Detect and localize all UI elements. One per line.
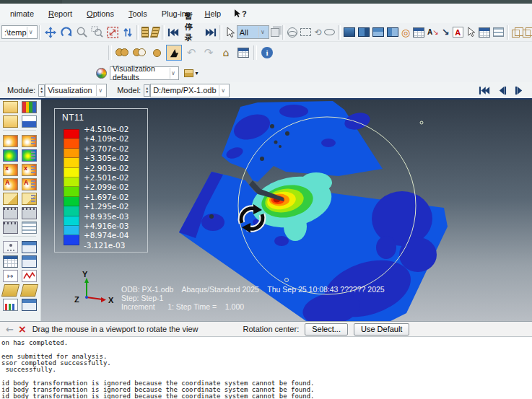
toolbox-icon[interactable] <box>22 299 37 311</box>
color-code-box-icon[interactable]: ▾ <box>180 65 203 81</box>
frame-previous-icon[interactable] <box>494 82 510 98</box>
model-database-icon[interactable]: ⌂ <box>218 45 234 61</box>
toolbox-icon[interactable] <box>3 164 18 176</box>
layers-icon[interactable] <box>270 25 280 40</box>
magnify-view-icon[interactable] <box>75 25 89 40</box>
auto-fit-view-icon[interactable] <box>105 25 120 40</box>
menu-tools[interactable]: Tools <box>121 6 154 21</box>
toolbox-icon[interactable] <box>22 193 37 205</box>
record-first-icon[interactable] <box>167 25 180 40</box>
info-icon[interactable]: i <box>259 45 275 61</box>
contour-legend: NT11 +4.510e-02+4.109e-02 +3.707e-02+3.3… <box>54 108 148 253</box>
log-line: id body transformation is ignored becaus… <box>1 393 532 399</box>
toolbox-icon[interactable] <box>22 207 37 219</box>
toolbox-icon[interactable] <box>3 149 18 162</box>
prompt-back-icon[interactable]: ← <box>6 324 14 335</box>
toolbox-icon[interactable] <box>3 241 18 253</box>
query-ladder-slant-icon[interactable] <box>151 25 160 40</box>
render-style-sphere-icon[interactable] <box>93 65 109 81</box>
viewport-layout-4-icon[interactable] <box>386 25 399 40</box>
toolbox-icon[interactable] <box>3 299 18 311</box>
toolbox-icon[interactable] <box>22 149 37 162</box>
cycle-views-icon[interactable] <box>121 25 134 40</box>
ellipse-tool-icon[interactable] <box>323 25 336 40</box>
viewport-layout-3-icon[interactable] <box>372 25 385 40</box>
model-combo[interactable]: D:/temp/PX-1.odb∨ <box>150 84 230 97</box>
toolbox-icon[interactable] <box>3 101 18 113</box>
context-help-cursor-icon[interactable]: ? <box>234 9 247 18</box>
model-spinner[interactable]: ▲▼ <box>144 84 150 97</box>
viewport-canvas[interactable]: Y X Z NT11 +4.510e-02+4.109e-02 <box>41 100 532 321</box>
toolbox-icon[interactable] <box>3 255 18 268</box>
toolbox-icon[interactable] <box>22 101 37 113</box>
sketch-sphere-icon[interactable] <box>287 25 298 40</box>
toolbox-icon[interactable] <box>3 222 18 234</box>
rotate-tool-active-icon[interactable] <box>166 45 182 61</box>
dashed-rect-icon[interactable] <box>300 25 312 40</box>
rotate-view-icon[interactable] <box>59 25 74 40</box>
wireframe-cube-icon[interactable] <box>511 25 520 40</box>
increment-text: Increment 1: Step Time = 1.000 <box>121 302 244 311</box>
annotate-arrow-text-icon[interactable]: A↘ <box>427 25 440 40</box>
pointer-icon[interactable] <box>466 25 476 40</box>
module-combo[interactable]: Visualization∨ <box>45 84 107 97</box>
menu-options[interactable]: Options <box>79 6 121 21</box>
record-last-icon[interactable] <box>204 25 217 40</box>
frame-first-icon[interactable] <box>476 82 492 98</box>
annotation-manager-icon[interactable] <box>412 25 425 40</box>
toolbox-icon[interactable] <box>3 207 18 219</box>
toolbox-icon[interactable] <box>20 284 38 297</box>
option-list-icon[interactable] <box>492 25 505 40</box>
boolean-intersect-icon[interactable] <box>131 45 147 61</box>
toolbox-icon[interactable] <box>22 164 37 176</box>
toolbox-icon[interactable] <box>22 115 37 128</box>
visualization-toolbox: ↦ <box>0 100 41 321</box>
toolbox-icon[interactable] <box>3 135 18 147</box>
query-ladder-icon[interactable] <box>141 25 149 40</box>
calculator-grid-icon[interactable] <box>235 45 251 61</box>
angle-measure-icon[interactable]: ⟲ <box>313 25 322 40</box>
viewport-layout-2-icon[interactable] <box>357 25 370 40</box>
toolbox-icon[interactable] <box>22 222 37 234</box>
toolbox-icon[interactable] <box>22 270 37 282</box>
toolbox-icon[interactable] <box>22 178 37 190</box>
toolbar-row-2: ↶ ↷ ⌂ i <box>0 42 532 63</box>
redo-icon[interactable]: ↷ <box>201 45 217 61</box>
toolbox-icon[interactable]: ↦ <box>3 270 18 282</box>
message-log[interactable]: on has completed. een submitted for anal… <box>0 336 532 399</box>
toolbox-icon[interactable] <box>22 255 37 268</box>
svg-text:Y: Y <box>82 270 88 279</box>
module-label: Module: <box>7 86 35 95</box>
box-zoom-icon[interactable] <box>90 25 104 40</box>
boolean-solid-icon[interactable] <box>149 45 165 61</box>
menu-animate[interactable]: nimate <box>3 6 41 21</box>
frame-next-icon[interactable] <box>511 82 527 98</box>
table-manager-icon[interactable] <box>478 25 491 40</box>
use-default-button[interactable]: Use Default <box>354 323 409 336</box>
viewport-layout-1-icon[interactable] <box>343 25 356 40</box>
toolbox-icon[interactable] <box>22 135 37 147</box>
rotation-center-label: Rotation center: <box>243 325 300 333</box>
toolbox-icon[interactable] <box>3 115 18 128</box>
toolbox-icon[interactable] <box>3 178 18 190</box>
select-cursor-icon[interactable] <box>224 25 236 40</box>
toolbox-icon[interactable] <box>22 241 37 253</box>
module-spinner[interactable]: ▲▼ <box>38 84 45 97</box>
module-bar: Module: ▲▼ Visualization∨ Model: ▲▼ D:/t… <box>0 82 532 100</box>
toolbox-icon[interactable] <box>1 284 19 297</box>
select-button[interactable]: Select... <box>305 323 348 336</box>
clipped-edge-icon[interactable] <box>522 25 531 40</box>
undo-icon[interactable]: ↶ <box>183 45 199 61</box>
work-directory-combo[interactable]: :\temp∨ <box>1 25 38 39</box>
menu-report[interactable]: Report <box>41 6 79 21</box>
annotate-text-icon[interactable]: A <box>452 25 464 40</box>
pan-view-icon[interactable] <box>43 25 58 40</box>
target-circle-icon[interactable]: ◎ <box>401 25 411 40</box>
annotate-arrow-icon[interactable]: ↘ <box>441 25 450 40</box>
toolbox-icon[interactable] <box>3 193 18 205</box>
boolean-union-icon[interactable] <box>114 45 130 61</box>
legend-title: NT11 <box>62 113 84 123</box>
visualization-defaults-combo[interactable]: Visualization defaults∨ <box>110 66 179 80</box>
prompt-cancel-icon[interactable]: × <box>18 323 27 335</box>
selection-filter-combo[interactable]: All∨ <box>237 25 269 39</box>
